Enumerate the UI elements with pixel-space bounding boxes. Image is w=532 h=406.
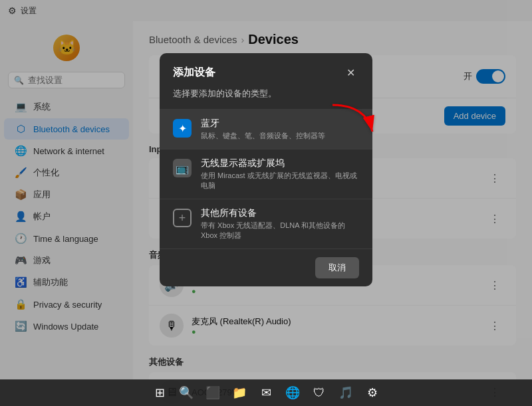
option-desc: 鼠标、键盘、笔、音频设备、控制器等	[201, 131, 325, 141]
option-title: 无线显示器或扩展坞	[201, 157, 359, 169]
modal-option-text: 无线显示器或扩展坞 使用 Miracast 或无线扩展的无线监视器、电视或电脑	[201, 157, 359, 191]
option-desc: 使用 Miracast 或无线扩展的无线监视器、电视或电脑	[201, 171, 359, 191]
option-title: 蓝牙	[201, 118, 325, 130]
taskbar-edge-button[interactable]: 🌐	[281, 381, 305, 405]
modal-header: 添加设备 ✕	[160, 53, 372, 88]
modal-footer: 取消	[160, 249, 372, 286]
modal-subtitle: 选择要添加的设备的类型。	[160, 88, 372, 109]
modal-overlay[interactable]: 添加设备 ✕ 选择要添加的设备的类型。 ✦ 蓝牙 鼠标、键盘、笔、音频设备、控制…	[0, 0, 532, 406]
modal-title: 添加设备	[173, 66, 215, 80]
option-desc: 带有 Xbox 无线适配器、DLNA 和其他设备的 Xbox 控制器	[201, 221, 359, 241]
taskbar-start-button[interactable]: ⊞	[148, 381, 172, 405]
modal-cancel-button[interactable]: 取消	[315, 257, 359, 278]
taskbar-spotify-button[interactable]: 🎵	[334, 381, 358, 405]
option-title: 其他所有设备	[201, 207, 359, 219]
taskbar: ⊞ 🔍 ⬛ 📁 ✉ 🌐 🛡 🎵 ⚙	[0, 379, 532, 406]
taskbar-taskview-button[interactable]: ⬛	[201, 381, 225, 405]
add-device-modal: 添加设备 ✕ 选择要添加的设备的类型。 ✦ 蓝牙 鼠标、键盘、笔、音频设备、控制…	[160, 53, 372, 286]
modal-option-text: 蓝牙 鼠标、键盘、笔、音频设备、控制器等	[201, 118, 325, 141]
other-option-icon: +	[173, 209, 192, 227]
modal-option-bluetooth[interactable]: ✦ 蓝牙 鼠标、键盘、笔、音频设备、控制器等	[160, 109, 372, 149]
modal-option-text: 其他所有设备 带有 Xbox 无线适配器、DLNA 和其他设备的 Xbox 控制…	[201, 207, 359, 241]
wireless-option-icon: 📺	[173, 159, 192, 177]
bluetooth-option-icon: ✦	[173, 119, 192, 138]
taskbar-search-button[interactable]: 🔍	[174, 381, 198, 405]
modal-close-button[interactable]: ✕	[342, 64, 359, 81]
taskbar-mail-button[interactable]: ✉	[254, 381, 278, 405]
taskbar-explorer-button[interactable]: 📁	[227, 381, 251, 405]
taskbar-defender-button[interactable]: 🛡	[307, 381, 331, 405]
modal-option-other[interactable]: + 其他所有设备 带有 Xbox 无线适配器、DLNA 和其他设备的 Xbox …	[160, 199, 372, 249]
taskbar-settings-button[interactable]: ⚙	[360, 381, 384, 405]
modal-option-wireless[interactable]: 📺 无线显示器或扩展坞 使用 Miracast 或无线扩展的无线监视器、电视或电…	[160, 149, 372, 199]
